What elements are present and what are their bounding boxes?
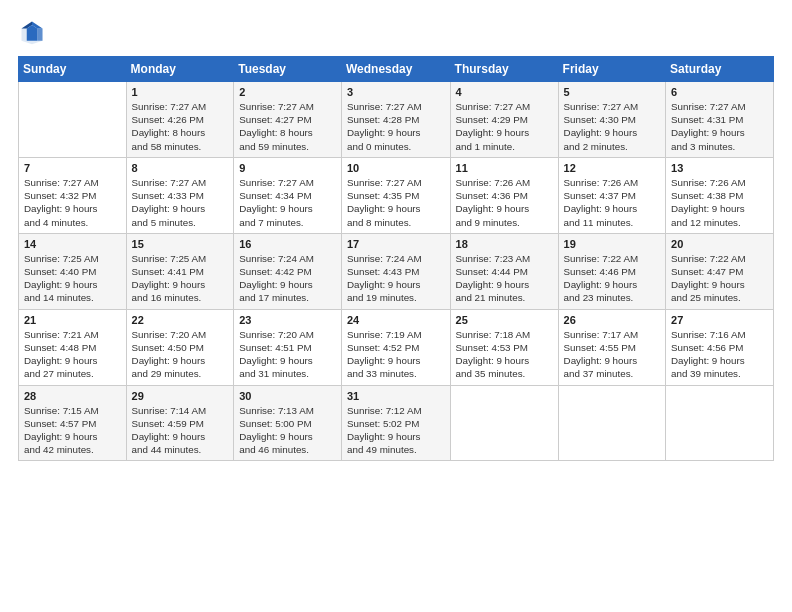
day-info: Sunrise: 7:27 AMSunset: 4:27 PMDaylight:… [239, 100, 336, 153]
day-number: 6 [671, 86, 768, 98]
day-number: 19 [564, 238, 660, 250]
calendar-cell: 17Sunrise: 7:24 AMSunset: 4:43 PMDayligh… [342, 233, 451, 309]
day-number: 4 [456, 86, 553, 98]
page: SundayMondayTuesdayWednesdayThursdayFrid… [0, 0, 792, 612]
day-info: Sunrise: 7:26 AMSunset: 4:38 PMDaylight:… [671, 176, 768, 229]
weekday-header-friday: Friday [558, 57, 665, 82]
calendar-cell: 5Sunrise: 7:27 AMSunset: 4:30 PMDaylight… [558, 82, 665, 158]
weekday-header-wednesday: Wednesday [342, 57, 451, 82]
day-number: 27 [671, 314, 768, 326]
day-info: Sunrise: 7:27 AMSunset: 4:31 PMDaylight:… [671, 100, 768, 153]
day-info: Sunrise: 7:16 AMSunset: 4:56 PMDaylight:… [671, 328, 768, 381]
weekday-header-row: SundayMondayTuesdayWednesdayThursdayFrid… [19, 57, 774, 82]
calendar-cell: 18Sunrise: 7:23 AMSunset: 4:44 PMDayligh… [450, 233, 558, 309]
day-number: 5 [564, 86, 660, 98]
calendar-cell: 30Sunrise: 7:13 AMSunset: 5:00 PMDayligh… [234, 385, 342, 461]
day-number: 3 [347, 86, 445, 98]
day-number: 15 [132, 238, 229, 250]
calendar-cell: 9Sunrise: 7:27 AMSunset: 4:34 PMDaylight… [234, 157, 342, 233]
day-info: Sunrise: 7:24 AMSunset: 4:42 PMDaylight:… [239, 252, 336, 305]
calendar-week-1: 1Sunrise: 7:27 AMSunset: 4:26 PMDaylight… [19, 82, 774, 158]
day-number: 29 [132, 390, 229, 402]
calendar-cell: 27Sunrise: 7:16 AMSunset: 4:56 PMDayligh… [666, 309, 774, 385]
day-info: Sunrise: 7:27 AMSunset: 4:30 PMDaylight:… [564, 100, 660, 153]
day-number: 10 [347, 162, 445, 174]
day-info: Sunrise: 7:18 AMSunset: 4:53 PMDaylight:… [456, 328, 553, 381]
calendar-cell: 2Sunrise: 7:27 AMSunset: 4:27 PMDaylight… [234, 82, 342, 158]
calendar-cell: 1Sunrise: 7:27 AMSunset: 4:26 PMDaylight… [126, 82, 234, 158]
day-info: Sunrise: 7:23 AMSunset: 4:44 PMDaylight:… [456, 252, 553, 305]
day-info: Sunrise: 7:26 AMSunset: 4:36 PMDaylight:… [456, 176, 553, 229]
day-number: 11 [456, 162, 553, 174]
calendar-cell: 7Sunrise: 7:27 AMSunset: 4:32 PMDaylight… [19, 157, 127, 233]
svg-marker-3 [37, 29, 42, 41]
day-info: Sunrise: 7:27 AMSunset: 4:34 PMDaylight:… [239, 176, 336, 229]
day-number: 14 [24, 238, 121, 250]
day-info: Sunrise: 7:25 AMSunset: 4:41 PMDaylight:… [132, 252, 229, 305]
day-info: Sunrise: 7:27 AMSunset: 4:32 PMDaylight:… [24, 176, 121, 229]
calendar-cell [19, 82, 127, 158]
calendar-cell: 13Sunrise: 7:26 AMSunset: 4:38 PMDayligh… [666, 157, 774, 233]
weekday-header-monday: Monday [126, 57, 234, 82]
day-info: Sunrise: 7:19 AMSunset: 4:52 PMDaylight:… [347, 328, 445, 381]
calendar-cell: 4Sunrise: 7:27 AMSunset: 4:29 PMDaylight… [450, 82, 558, 158]
calendar-cell [450, 385, 558, 461]
day-number: 1 [132, 86, 229, 98]
calendar-cell: 23Sunrise: 7:20 AMSunset: 4:51 PMDayligh… [234, 309, 342, 385]
weekday-header-sunday: Sunday [19, 57, 127, 82]
calendar-week-3: 14Sunrise: 7:25 AMSunset: 4:40 PMDayligh… [19, 233, 774, 309]
day-number: 24 [347, 314, 445, 326]
day-number: 16 [239, 238, 336, 250]
calendar-week-2: 7Sunrise: 7:27 AMSunset: 4:32 PMDaylight… [19, 157, 774, 233]
calendar-cell: 8Sunrise: 7:27 AMSunset: 4:33 PMDaylight… [126, 157, 234, 233]
day-info: Sunrise: 7:13 AMSunset: 5:00 PMDaylight:… [239, 404, 336, 457]
day-info: Sunrise: 7:20 AMSunset: 4:50 PMDaylight:… [132, 328, 229, 381]
calendar-body: 1Sunrise: 7:27 AMSunset: 4:26 PMDaylight… [19, 82, 774, 461]
calendar-cell: 19Sunrise: 7:22 AMSunset: 4:46 PMDayligh… [558, 233, 665, 309]
day-info: Sunrise: 7:27 AMSunset: 4:29 PMDaylight:… [456, 100, 553, 153]
day-info: Sunrise: 7:20 AMSunset: 4:51 PMDaylight:… [239, 328, 336, 381]
logo-icon [18, 18, 46, 46]
weekday-header-thursday: Thursday [450, 57, 558, 82]
calendar-header: SundayMondayTuesdayWednesdayThursdayFrid… [19, 57, 774, 82]
day-number: 18 [456, 238, 553, 250]
day-number: 26 [564, 314, 660, 326]
calendar-cell [558, 385, 665, 461]
day-info: Sunrise: 7:21 AMSunset: 4:48 PMDaylight:… [24, 328, 121, 381]
calendar-cell [666, 385, 774, 461]
day-info: Sunrise: 7:27 AMSunset: 4:26 PMDaylight:… [132, 100, 229, 153]
calendar-cell: 12Sunrise: 7:26 AMSunset: 4:37 PMDayligh… [558, 157, 665, 233]
calendar-cell: 22Sunrise: 7:20 AMSunset: 4:50 PMDayligh… [126, 309, 234, 385]
calendar-week-4: 21Sunrise: 7:21 AMSunset: 4:48 PMDayligh… [19, 309, 774, 385]
day-number: 25 [456, 314, 553, 326]
day-number: 17 [347, 238, 445, 250]
day-number: 2 [239, 86, 336, 98]
calendar-cell: 24Sunrise: 7:19 AMSunset: 4:52 PMDayligh… [342, 309, 451, 385]
day-number: 13 [671, 162, 768, 174]
calendar-cell: 20Sunrise: 7:22 AMSunset: 4:47 PMDayligh… [666, 233, 774, 309]
calendar-cell: 26Sunrise: 7:17 AMSunset: 4:55 PMDayligh… [558, 309, 665, 385]
day-number: 7 [24, 162, 121, 174]
calendar-cell: 21Sunrise: 7:21 AMSunset: 4:48 PMDayligh… [19, 309, 127, 385]
day-number: 22 [132, 314, 229, 326]
calendar-cell: 10Sunrise: 7:27 AMSunset: 4:35 PMDayligh… [342, 157, 451, 233]
calendar-cell: 14Sunrise: 7:25 AMSunset: 4:40 PMDayligh… [19, 233, 127, 309]
calendar-week-5: 28Sunrise: 7:15 AMSunset: 4:57 PMDayligh… [19, 385, 774, 461]
day-info: Sunrise: 7:27 AMSunset: 4:35 PMDaylight:… [347, 176, 445, 229]
day-number: 31 [347, 390, 445, 402]
calendar-cell: 25Sunrise: 7:18 AMSunset: 4:53 PMDayligh… [450, 309, 558, 385]
calendar-cell: 31Sunrise: 7:12 AMSunset: 5:02 PMDayligh… [342, 385, 451, 461]
day-number: 23 [239, 314, 336, 326]
calendar-cell: 3Sunrise: 7:27 AMSunset: 4:28 PMDaylight… [342, 82, 451, 158]
day-info: Sunrise: 7:12 AMSunset: 5:02 PMDaylight:… [347, 404, 445, 457]
day-number: 20 [671, 238, 768, 250]
header [18, 18, 774, 46]
day-number: 28 [24, 390, 121, 402]
day-number: 12 [564, 162, 660, 174]
calendar-cell: 15Sunrise: 7:25 AMSunset: 4:41 PMDayligh… [126, 233, 234, 309]
day-info: Sunrise: 7:17 AMSunset: 4:55 PMDaylight:… [564, 328, 660, 381]
day-info: Sunrise: 7:27 AMSunset: 4:28 PMDaylight:… [347, 100, 445, 153]
day-info: Sunrise: 7:14 AMSunset: 4:59 PMDaylight:… [132, 404, 229, 457]
calendar-cell: 6Sunrise: 7:27 AMSunset: 4:31 PMDaylight… [666, 82, 774, 158]
calendar-cell: 11Sunrise: 7:26 AMSunset: 4:36 PMDayligh… [450, 157, 558, 233]
